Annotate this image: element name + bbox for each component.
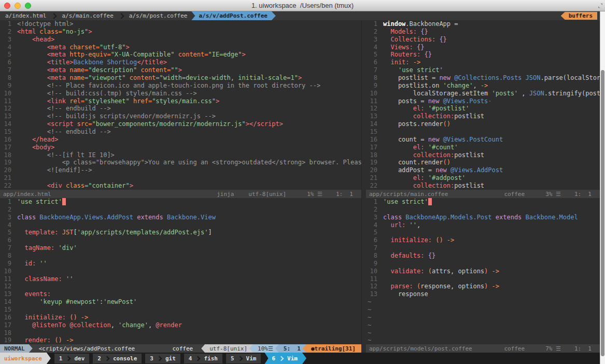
code-line: 3class BackboneApp.Models.Post extends B… xyxy=(366,214,600,221)
pane-divider[interactable] xyxy=(361,20,366,353)
tmux-window-4-fish[interactable]: 4fish xyxy=(184,354,222,363)
code-line: 20 addPost = new @Views.AddPost xyxy=(366,166,600,174)
buffers-label[interactable]: buffers xyxy=(561,12,597,20)
code-line: 2 xyxy=(366,206,600,214)
tmux-window-1-dev[interactable]: 1dev xyxy=(54,354,90,363)
pane-addpost-coffee[interactable]: 1'use strict' 23class BackboneApp.Views.… xyxy=(0,198,361,344)
code-line: 2 Models: {} xyxy=(366,28,600,36)
statusline-active: NORMAL <cripts/views/addPost.coffee coff… xyxy=(0,344,361,353)
code-line: ~ xyxy=(366,306,600,314)
code-line: 12 xyxy=(0,283,361,290)
code-line: 22 collection:postlist xyxy=(366,182,600,190)
pane-index-html[interactable]: 1<!doctype html>2<html class="no-js">3 <… xyxy=(0,20,361,190)
code-line: 6 init: -> xyxy=(366,59,600,66)
tmux-window-5-Vim[interactable]: 5Vim xyxy=(226,354,261,363)
code-line: 16 initialize: () -> xyxy=(0,314,361,321)
code-line: 10 xyxy=(0,268,361,275)
code-line: 3 <head> xyxy=(0,36,361,44)
code-line: 21 xyxy=(0,174,361,182)
code-line: 13 collection:postlist xyxy=(366,113,600,120)
tmux-windows: 1dev2console3git4fish5Vim6Vim xyxy=(54,353,306,364)
code-line: 8 defaults: {} xyxy=(366,252,600,260)
code-line: 19 render: () -> xyxy=(0,337,361,344)
terminal-window: 1. uiworkspace /Users/ben (tmux) a/index… xyxy=(0,0,605,364)
close-button[interactable] xyxy=(4,3,10,9)
pane-main-coffee[interactable]: 1window.BackboneApp =2 Models: {}3 Colle… xyxy=(366,20,600,190)
code-line: 10 validate: (attrs, options) -> xyxy=(366,268,600,275)
code-line: 2<html class="no-js"> xyxy=(0,28,361,36)
code-line: 5 <meta http-equiv="X-UA-Compatible" con… xyxy=(0,51,361,59)
statusline-filetype: coffee xyxy=(172,344,193,353)
statusbar-filetype: coffee xyxy=(504,191,525,198)
scrollbar[interactable] xyxy=(600,11,605,364)
code-line: 17 @listenTo @collection, 'change', @ren… xyxy=(0,321,361,329)
maximize-button[interactable] xyxy=(25,3,31,9)
code-line: 17 el: '#count' xyxy=(366,144,600,151)
chevron-icon xyxy=(66,356,71,361)
code-line: ~ xyxy=(366,337,600,344)
statusline-position: 5: 1 xyxy=(275,344,306,353)
code-line: 11 posts = new @Views.Posts· xyxy=(366,97,600,105)
tmux-window-3-git[interactable]: 3git xyxy=(145,354,180,363)
left-column: 1<!doctype html>2<html class="no-js">3 <… xyxy=(0,20,361,353)
statusbar-percent: 1% ☰ xyxy=(307,191,322,198)
statusbar-index-html: app/index.html jinja utf-8[unix] 1% ☰ 1:… xyxy=(0,190,361,198)
tab-a/index.html[interactable]: a/index.html xyxy=(1,12,50,20)
chevron-icon xyxy=(105,356,110,361)
pane-post-coffee[interactable]: 1'use strict' 23class BackboneApp.Models… xyxy=(366,198,600,344)
code-line: 12 parse: (response, options) -> xyxy=(366,283,600,290)
chevron-separator-icon xyxy=(51,13,57,19)
code-line: 1'use strict' xyxy=(366,198,600,206)
code-line: 14 posts.render() xyxy=(366,120,600,128)
code-line: ~ xyxy=(366,329,600,337)
code-line: 5 template: JST['app/scripts/templates/a… xyxy=(0,229,361,236)
tmux-window-6-Vim[interactable]: 6Vim xyxy=(264,353,306,364)
code-line: 8 <meta name="viewport" content="width=d… xyxy=(0,74,361,82)
statusbar-position: 1: 1 xyxy=(336,191,353,198)
tab-a/s/m/post.coffee[interactable]: a/s/m/post.coffee xyxy=(125,12,192,20)
code-line: ~ xyxy=(366,314,600,321)
minimize-button[interactable] xyxy=(15,3,21,9)
code-line: 4 url: '', xyxy=(366,221,600,229)
tab-a/s/v/addPost.coffee[interactable]: a/s/v/addPost.coffee xyxy=(191,11,275,20)
statusline-encoding: utf-8[unix] xyxy=(201,344,253,353)
whitespace-warning-badge: ● trailing[31] xyxy=(303,344,361,353)
statusline-percent: 10% ☰ xyxy=(249,344,279,353)
tmux-session-name[interactable]: uiworkspace xyxy=(0,353,51,364)
statusbar-percent: 3% ☰ xyxy=(545,191,561,198)
code-line: ~ xyxy=(366,321,600,329)
code-line: 4 <meta charset="utf-8"> xyxy=(0,44,361,51)
code-line: 22 <div class="container"> xyxy=(0,182,361,190)
code-line: 14 'keyup #newpost':'newPost' xyxy=(0,298,361,306)
statusbar-filename: app/scripts/main.coffee xyxy=(369,191,448,198)
code-line: 9 postlist.on 'change', -> xyxy=(366,82,600,90)
code-line: 6 <title>Backbone ShortLog</title> xyxy=(0,59,361,66)
statusline-filename: <cripts/views/addPost.coffee xyxy=(39,344,135,353)
resize-icon[interactable] xyxy=(597,3,603,9)
code-line: 9 <!-- Place favicon.ico and apple-touch… xyxy=(0,82,361,90)
code-line: 14 <script src="bower_components/moderni… xyxy=(0,120,361,128)
code-line: 12 el: '#postlist' xyxy=(366,105,600,113)
statusbar-filename: app/index.html xyxy=(3,191,51,198)
code-line: 11 <link rel="stylesheet" href="styles/m… xyxy=(0,97,361,105)
code-line: 20 <![endif]--> xyxy=(0,166,361,174)
linenr-icon: ☰ xyxy=(268,345,273,352)
code-line: 13 response xyxy=(366,290,600,298)
scrollbar-thumb[interactable] xyxy=(601,70,604,356)
chevron-separator-icon xyxy=(118,13,124,19)
titlebar[interactable]: 1. uiworkspace /Users/ben (tmux) xyxy=(0,0,605,11)
code-line: 5 Routers: {} xyxy=(366,51,600,59)
code-line: 11 xyxy=(366,275,600,283)
statusbar-position: 1: 1 xyxy=(574,345,592,352)
right-column: 1window.BackboneApp =2 Models: {}3 Colle… xyxy=(366,20,600,353)
code-line: 18 <!--[if lt IE 10]> xyxy=(0,151,361,159)
code-line: 8 postlist = new @Collections.Posts JSON… xyxy=(366,74,600,82)
linenr-icon: ☰ xyxy=(556,191,561,198)
tmux-window-2-console[interactable]: 2console xyxy=(93,354,142,363)
linenr-icon: ☰ xyxy=(556,345,561,352)
code-line: 12 <!-- endbuild --> xyxy=(0,105,361,113)
vim-tabline: a/index.htmla/s/main.coffeea/s/m/post.co… xyxy=(0,11,600,20)
tab-a/s/main.coffee[interactable]: a/s/main.coffee xyxy=(58,12,117,20)
statusbar-filetype: coffee xyxy=(504,345,525,352)
statusbar-percent: 7% ☰ xyxy=(545,345,561,352)
